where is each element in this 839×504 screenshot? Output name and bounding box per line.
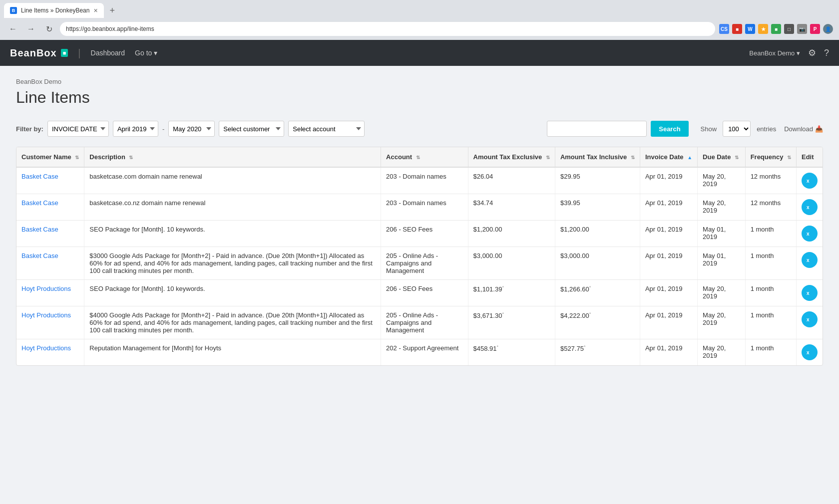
filter-type-select[interactable]: INVOICE DATE DUE DATE [47, 121, 109, 137]
cell-edit: x [796, 306, 823, 339]
xero-edit-button[interactable]: x [802, 311, 818, 327]
address-input[interactable] [60, 22, 715, 36]
navbar-brand: BeanBox ■ [10, 47, 68, 59]
table-row: Basket Case SEO Package for [Month]. 10 … [16, 221, 823, 247]
col-frequency[interactable]: Frequency ⇅ [745, 147, 796, 167]
settings-icon[interactable]: ⚙ [808, 47, 816, 58]
breadcrumb: BeanBox Demo [16, 78, 823, 85]
cell-invoice-date: Apr 01, 2019 [640, 221, 697, 247]
svg-text:x: x [807, 231, 810, 237]
cell-amount-incl: $39.95 [555, 194, 640, 221]
cell-due-date: May 01, 2019 [698, 247, 746, 280]
search-button[interactable]: Search [651, 121, 688, 137]
cell-edit: x [796, 167, 823, 194]
filter-dash: - [162, 125, 164, 133]
cell-due-date: May 20, 2019 [698, 339, 746, 366]
col-invoice-date[interactable]: Invoice Date ▲ [640, 147, 697, 167]
table-row: Hoyt Productions Reputation Management f… [16, 339, 823, 366]
cell-frequency: 1 month [745, 339, 796, 366]
help-icon[interactable]: ? [824, 48, 829, 58]
account-select[interactable]: Select account 203 - Domain names 205 - … [288, 121, 365, 137]
cell-description: basketcase.co.nz domain name renewal [84, 194, 381, 221]
date-from-select[interactable]: April 2019 May 2019 [113, 121, 158, 137]
filter-bar: Filter by: INVOICE DATE DUE DATE April 2… [16, 121, 823, 137]
customer-link[interactable]: Basket Case [21, 173, 58, 180]
customer-select[interactable]: Select customer Basket Case Hoyt Product… [219, 121, 284, 137]
cell-amount-incl: $1,266.60* [555, 280, 640, 306]
svg-text:x: x [807, 290, 810, 296]
col-amount-incl[interactable]: Amount Tax Inclusive ⇅ [555, 147, 640, 167]
download-button[interactable]: Download 📥 [784, 125, 823, 133]
browser-tab-bar: B Line Items » DonkeyBean × + [0, 0, 839, 18]
ext-dark-icon[interactable]: □ [784, 24, 794, 34]
page-title: Line Items [16, 88, 823, 107]
xero-edit-button[interactable]: x [802, 226, 818, 242]
forward-button[interactable]: → [24, 22, 38, 36]
ext-green-icon[interactable]: ■ [771, 24, 781, 34]
xero-edit-button[interactable]: x [802, 285, 818, 301]
cell-amount-excl: $3,000.00 [468, 247, 555, 280]
page-content: BeanBox Demo Line Items Filter by: INVOI… [0, 66, 839, 378]
cell-description: $4000 Google Ads Package for [Month+2] -… [84, 306, 381, 339]
cell-account: 206 - SEO Fees [381, 221, 468, 247]
ext-cam-icon[interactable]: 📷 [797, 24, 807, 34]
table-row: Hoyt Productions SEO Package for [Month]… [16, 280, 823, 306]
xero-edit-button[interactable]: x [802, 199, 818, 215]
table-row: Basket Case $3000 Google Ads Package for… [16, 247, 823, 280]
col-due-date[interactable]: Due Date ⇅ [698, 147, 746, 167]
xero-edit-button[interactable]: x [802, 252, 818, 268]
navbar-right: BeanBox Demo ▾ ⚙ ? [749, 47, 829, 58]
table-container: Customer Name ⇅ Description ⇅ Account ⇅ … [16, 147, 823, 366]
svg-text:x: x [807, 350, 810, 355]
ext-cs-icon[interactable]: CS [719, 24, 729, 34]
col-edit: Edit [796, 147, 823, 167]
cell-edit: x [796, 194, 823, 221]
dashboard-link[interactable]: Dashboard [91, 49, 125, 57]
ext-red-icon[interactable]: ■ [732, 24, 742, 34]
svg-text:x: x [807, 205, 810, 210]
browser-tab[interactable]: B Line Items » DonkeyBean × [4, 3, 104, 18]
customer-link[interactable]: Hoyt Productions [21, 311, 71, 319]
tab-close-button[interactable]: × [93, 6, 97, 14]
xero-edit-button[interactable]: x [802, 173, 818, 189]
navbar: BeanBox ■ | Dashboard Go to ▾ BeanBox De… [0, 40, 839, 66]
sort-icon-description: ⇅ [129, 155, 133, 160]
search-input[interactable] [547, 121, 647, 137]
cell-amount-excl: $1,101.39* [468, 280, 555, 306]
cell-customer-name: Hoyt Productions [16, 339, 84, 366]
sort-icon-frequency: ⇅ [787, 155, 791, 160]
date-to-select[interactable]: May 2020 June 2020 [168, 121, 215, 137]
new-tab-button[interactable]: + [106, 5, 119, 16]
cell-invoice-date: Apr 01, 2019 [640, 167, 697, 194]
ext-yellow-icon[interactable]: ★ [758, 24, 768, 34]
xero-edit-button[interactable]: x [802, 344, 818, 360]
navbar-user[interactable]: BeanBox Demo ▾ [749, 49, 800, 57]
customer-link[interactable]: Hoyt Productions [21, 285, 71, 292]
filter-label: Filter by: [16, 125, 43, 133]
cell-frequency: 1 month [745, 306, 796, 339]
col-amount-excl[interactable]: Amount Tax Exclusive ⇅ [468, 147, 555, 167]
customer-link[interactable]: Basket Case [21, 252, 58, 259]
customer-link[interactable]: Hoyt Productions [21, 344, 71, 352]
customer-link[interactable]: Basket Case [21, 199, 58, 207]
col-customer-name[interactable]: Customer Name ⇅ [16, 147, 84, 167]
cell-invoice-date: Apr 01, 2019 [640, 194, 697, 221]
table-row: Basket Case basketcase.com domain name r… [16, 167, 823, 194]
cell-frequency: 12 months [745, 167, 796, 194]
cell-customer-name: Basket Case [16, 194, 84, 221]
back-button[interactable]: ← [6, 22, 20, 36]
customer-link[interactable]: Basket Case [21, 226, 58, 233]
refresh-button[interactable]: ↻ [42, 22, 56, 36]
col-description[interactable]: Description ⇅ [84, 147, 381, 167]
cell-account: 202 - Support Agreement [381, 339, 468, 366]
goto-link[interactable]: Go to ▾ [135, 49, 157, 57]
cell-edit: x [796, 339, 823, 366]
sort-icon-due: ⇅ [735, 155, 739, 160]
ext-blue-icon[interactable]: W [745, 24, 755, 34]
cell-edit: x [796, 280, 823, 306]
ext-pink-icon[interactable]: P [810, 24, 820, 34]
cell-description: SEO Package for [Month]. 10 keywords. [84, 280, 381, 306]
col-account[interactable]: Account ⇅ [381, 147, 468, 167]
entries-select[interactable]: 10 25 50 100 [723, 121, 751, 137]
user-profile-icon[interactable]: 👤 [823, 24, 833, 34]
